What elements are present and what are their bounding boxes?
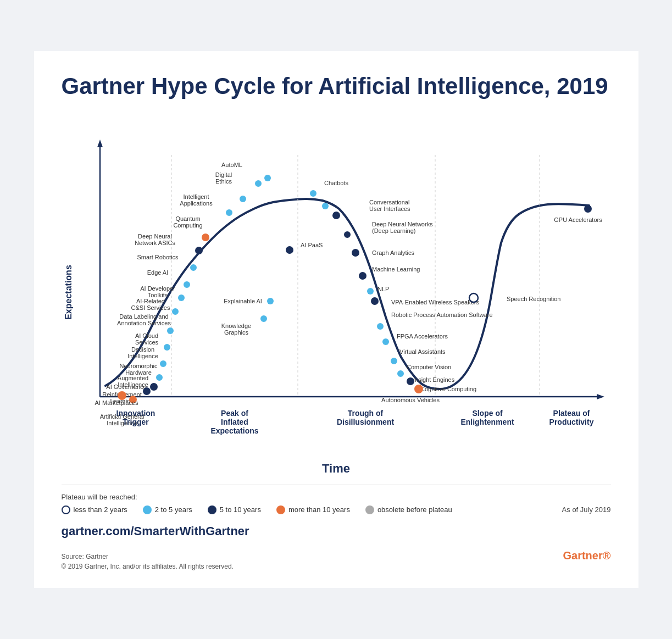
y-axis-label: Expectations <box>64 265 73 320</box>
label-data-labeling2: Annotation Services <box>117 320 171 326</box>
legend-date: As of July 2019 <box>562 505 611 514</box>
gartner-logo-text: Gartner <box>563 549 603 562</box>
label-decision-intelligence2: Intelligence <box>127 353 158 359</box>
label-ai-governance: AI Governance <box>106 384 146 390</box>
dot-vpa <box>367 288 374 295</box>
legend-label-less-2: less than 2 years <box>74 505 127 514</box>
dot-reinforcement-learning <box>143 387 151 395</box>
phase-label-slope: Slope of <box>472 409 503 418</box>
label-insight-engines: Insight Engines <box>413 376 455 383</box>
dot-intelligent-apps <box>240 196 246 202</box>
label-quantum2: Computing <box>173 222 202 229</box>
legend-label-5-10: 5 to 10 years <box>220 505 261 514</box>
label-dnn2: (Deep Learning) <box>372 227 416 234</box>
label-explainable-ai: Explainable AI <box>224 298 262 304</box>
footer-copyright: © 2019 Gartner, Inc. and/or its affiliat… <box>62 562 234 571</box>
label-ai-dev-toolkits: AI Developer <box>140 285 175 292</box>
hype-cycle-chart: Expectations AutoML Digital Ethics <box>62 116 611 457</box>
footer: Source: Gartner © 2019 Gartner, Inc. and… <box>62 548 611 571</box>
dot-decision-intelligence <box>164 344 170 351</box>
label-automl: AutoML <box>221 162 242 168</box>
dot-explainable-ai <box>267 298 274 304</box>
legend-item-2-5: 2 to 5 years <box>143 505 192 514</box>
phase-label-trough: Trough of <box>347 409 383 418</box>
page-container: Gartner Hype Cycle for Artificial Intell… <box>34 51 638 587</box>
dot-graph-analytics <box>344 231 351 238</box>
dot-digital-ethics <box>255 180 262 187</box>
label-edge-ai: Edge AI <box>147 269 168 276</box>
website-link: gartner.com/SmarterWithGartner <box>62 524 611 538</box>
website-text: gartner.com/SmarterWithGartner <box>62 524 249 538</box>
dot-autonomous-vehicles <box>414 385 423 393</box>
phase-label-trough2: Disillusionment <box>336 418 394 426</box>
dot-dnn <box>332 212 340 219</box>
label-virtual-assistants: Virtual Assistants <box>399 348 446 355</box>
dot-cognitive-computing <box>407 377 414 385</box>
legend-label-obsolete: obsolete before plateau <box>377 505 452 514</box>
legend-item-more-10: more than 10 years <box>276 505 350 514</box>
phase-label-slope2: Enlightenment <box>460 418 514 426</box>
label-gpu-accelerators: GPU Accelerators <box>554 216 602 223</box>
dot-smart-robotics <box>195 247 203 254</box>
dot-agi <box>118 391 126 400</box>
label-speech-recognition: Speech Recognition <box>507 296 560 302</box>
svg-marker-3 <box>597 394 604 399</box>
dot-automl <box>264 175 271 181</box>
dot-insight-engines <box>397 370 404 377</box>
label-data-labeling: Data Labeling and <box>119 313 168 320</box>
dot-edge-ai <box>190 264 197 271</box>
legend-label-more-10: more than 10 years <box>288 505 350 514</box>
label-ml: Machine Learning <box>372 266 420 273</box>
legend-item-less-2: less than 2 years <box>62 505 127 514</box>
footer-text: Source: Gartner © 2019 Gartner, Inc. and… <box>62 552 234 571</box>
dot-fpga <box>377 323 384 330</box>
label-conv-ui: Conversational <box>369 199 409 205</box>
dot-nlp <box>359 272 366 280</box>
label-knowledge-graphics: Knowledge <box>221 323 251 329</box>
page-title: Gartner Hype Cycle for Artificial Intell… <box>62 73 611 99</box>
dot-virtual-assistants <box>382 338 389 345</box>
label-fpga: FPGA Accelerators <box>397 333 448 340</box>
label-chatbots: Chatbots <box>324 180 348 186</box>
dot-knowledge-graphics <box>260 315 267 322</box>
label-neuromorphic: Neuromorphic <box>119 363 158 369</box>
dot-conv-ui <box>322 203 329 209</box>
dot-augmented-intelligence <box>156 374 163 381</box>
label-conv-ui2: User Interfaces <box>369 205 410 212</box>
x-axis-title: Time <box>62 462 611 476</box>
label-smart-robotics: Smart Robotics <box>137 254 179 260</box>
phase-label-plateau: Plateau of <box>553 409 590 418</box>
label-nlp: NLP <box>377 286 389 292</box>
label-intelligent-apps: Intelligent <box>183 193 209 200</box>
legend-label-2-5: 2 to 5 years <box>155 505 192 514</box>
legend-dot-darkblue <box>208 505 216 514</box>
dot-dnn-asics <box>202 234 209 241</box>
label-graph-analytics: Graph Analytics <box>372 249 415 256</box>
legend-items: less than 2 years 2 to 5 years 5 to 10 y… <box>62 505 611 514</box>
label-ai-cloud2: Services <box>135 339 158 346</box>
label-ai-paas: AI PaaS <box>301 242 323 248</box>
dot-data-labeling <box>172 308 179 315</box>
phase-label-innovation2: Trigger <box>123 418 149 426</box>
phase-label-plateau2: Productivity <box>549 418 593 426</box>
legend-item-5-10: 5 to 10 years <box>208 505 261 514</box>
dot-rpa <box>371 297 379 305</box>
label-ai-csi2: C&SI Services <box>131 304 170 311</box>
footer-source: Source: Gartner <box>62 552 234 562</box>
legend-item-obsolete: obsolete before plateau <box>365 505 452 514</box>
dot-speech-recognition <box>469 293 478 302</box>
svg-marker-2 <box>97 140 103 147</box>
label-digital-ethics: Digital <box>215 171 232 178</box>
label-digital-ethics2: Ethics <box>215 178 232 185</box>
dot-chatbots <box>310 190 316 197</box>
dot-ai-csi <box>178 295 185 301</box>
dot-gpu-accelerators <box>584 205 592 213</box>
label-knowledge-graphics2: Graphics <box>224 329 248 336</box>
dot-neuromorphic <box>160 360 166 367</box>
legend-dot-orange <box>276 505 285 514</box>
legend-dot-white <box>62 505 70 514</box>
label-quantum: Quantum <box>175 215 200 222</box>
dot-ml <box>352 249 359 257</box>
legend-section: Plateau will be reached: less than 2 yea… <box>62 485 611 514</box>
label-augmented-intelligence: Augmented <box>117 375 148 381</box>
